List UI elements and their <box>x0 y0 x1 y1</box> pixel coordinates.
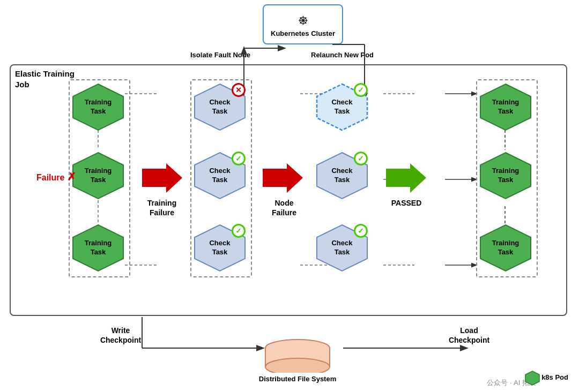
dfs-box: Distributed File System <box>257 338 338 384</box>
load-checkpoint-label: Load Checkpoint <box>440 326 499 345</box>
check-task-col1-middle-label: CheckTask <box>209 167 230 185</box>
check-badge-col1-middle: ✓ <box>232 152 246 165</box>
check-badge-col2-middle: ✓ <box>354 152 368 165</box>
training-task-top-label: TrainingTask <box>85 98 112 116</box>
green-arrow-passed <box>386 163 426 195</box>
check-task-col2-top-label: CheckTask <box>331 98 352 116</box>
k8s-pod-text: k8s Pod <box>541 373 568 381</box>
svg-marker-28 <box>263 163 303 193</box>
check-task-col1-top-label: CheckTask <box>209 98 230 116</box>
node-failure-label: NodeFailure <box>263 198 306 217</box>
dfs-label: Distributed File System <box>259 375 336 384</box>
k8s-pod-label: k8s Pod <box>525 371 568 386</box>
training-task-middle-label: TrainingTask <box>85 167 112 185</box>
training-task-right-bottom: TrainingTask <box>479 224 532 272</box>
red-arrow-1-svg <box>142 163 182 193</box>
check-task-col2-bottom-label: CheckTask <box>331 239 352 257</box>
training-task-bottom-label: TrainingTask <box>85 239 112 257</box>
error-badge-col1-top: ✕ <box>232 83 246 97</box>
training-task-right-middle-label: TrainingTask <box>492 167 519 185</box>
dfs-cylinder-svg <box>263 338 332 373</box>
red-arrow-node-failure <box>263 163 303 195</box>
red-arrow-training-failure <box>142 163 182 195</box>
check-badge-col1-bottom: ✓ <box>232 224 246 238</box>
training-task-right-middle: TrainingTask <box>479 152 532 200</box>
failure-label: Failure ✗ <box>36 170 76 183</box>
relaunch-new-pod-label: Relaunch New Pod <box>311 51 374 59</box>
training-task-bottom: TrainingTask <box>71 224 125 272</box>
check-badge-col2-bottom: ✓ <box>354 224 368 238</box>
green-arrow-svg <box>386 163 426 193</box>
check-badge-col2-top: ✓ <box>354 83 368 97</box>
training-task-right-bottom-label: TrainingTask <box>492 239 519 257</box>
training-task-right-top-label: TrainingTask <box>492 98 519 116</box>
elastic-training-job-label: Elastic TrainingJob <box>15 69 75 89</box>
svg-point-40 <box>265 358 330 373</box>
training-failure-label: TrainingFailure <box>138 198 186 217</box>
svg-marker-32 <box>386 163 426 193</box>
svg-marker-24 <box>142 163 182 193</box>
k8s-pod-icon <box>525 371 540 386</box>
isolate-fault-node-label: Isolate Fault Node <box>190 51 250 59</box>
red-arrow-2-svg <box>263 163 303 193</box>
training-task-right-top: TrainingTask <box>479 83 532 131</box>
kubernetes-icon: ⎈ <box>299 11 308 28</box>
write-checkpoint-label: Write Checkpoint <box>94 326 147 345</box>
passed-label: PASSED <box>385 198 428 208</box>
kubernetes-cluster-box: ⎈ Kubernetes Cluster <box>263 4 343 44</box>
training-task-top: TrainingTask <box>71 83 125 131</box>
diagram-container: ⎈ Kubernetes Cluster Isolate Fault Node … <box>0 0 579 392</box>
kubernetes-label: Kubernetes Cluster <box>271 29 335 38</box>
check-task-col1-bottom-label: CheckTask <box>209 239 230 257</box>
check-task-col2-middle-label: CheckTask <box>331 167 352 185</box>
svg-marker-41 <box>525 371 539 385</box>
training-task-middle: TrainingTask <box>71 152 125 200</box>
